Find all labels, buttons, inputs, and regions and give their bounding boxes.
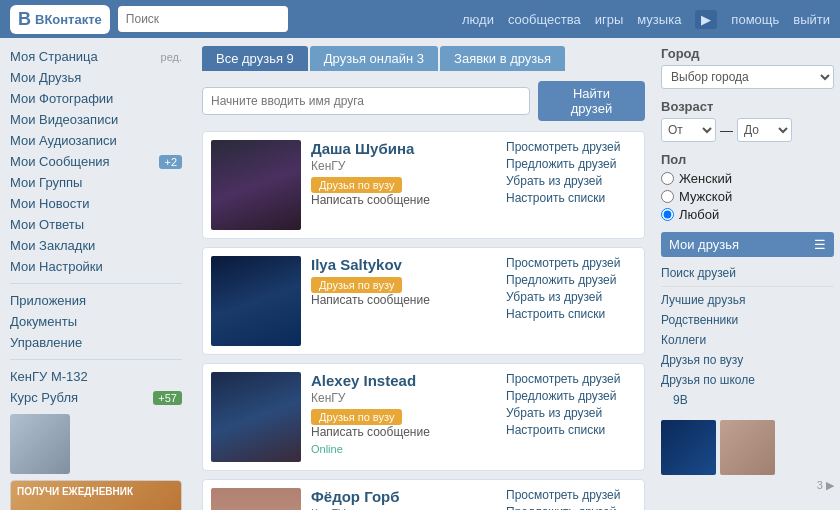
friend-action-2-2[interactable]: Убрать из друзей: [506, 406, 636, 420]
uni-friends-link[interactable]: Друзья по вузу: [661, 350, 834, 370]
friend-write-2[interactable]: Написать сообщение: [311, 425, 496, 439]
friend-actions-2: Просмотреть друзейПредложить друзейУбрат…: [506, 372, 636, 462]
friend-action-0-2[interactable]: Убрать из друзей: [506, 174, 636, 188]
sidebar-groups-label: Мои Группы: [10, 175, 82, 190]
gender-female-radio[interactable]: [661, 172, 674, 185]
sidebar-mypage-edit[interactable]: ред.: [161, 51, 182, 63]
friend-action-2-1[interactable]: Предложить друзей: [506, 389, 636, 403]
city-filter: Город Выбор города: [661, 46, 834, 89]
sidebar-item-videos[interactable]: Мои Видеозаписи: [10, 109, 182, 130]
friend-name-0[interactable]: Даша Шубина: [311, 140, 496, 157]
friend-name-2[interactable]: Alexey Instead: [311, 372, 496, 389]
friend-avatar-1[interactable]: [211, 256, 301, 346]
friend-action-2-0[interactable]: Просмотреть друзей: [506, 372, 636, 386]
sidebar-item-bookmarks[interactable]: Мои Закладки: [10, 235, 182, 256]
suggestion-count: 3 ▶: [661, 479, 834, 492]
friend-name-3[interactable]: Фёдор Горб: [311, 488, 496, 505]
friend-action-1-0[interactable]: Просмотреть друзей: [506, 256, 636, 270]
friend-action-1-1[interactable]: Предложить друзей: [506, 273, 636, 287]
friend-action-3-0[interactable]: Просмотреть друзей: [506, 488, 636, 502]
gender-label: Пол: [661, 152, 834, 167]
sidebar-item-apps[interactable]: Приложения: [10, 290, 182, 311]
sidebar-item-photos[interactable]: Мои Фотографии: [10, 88, 182, 109]
gender-filter: Пол Женский Мужской Любой: [661, 152, 834, 222]
friend-name-1[interactable]: Ilya Saltykov: [311, 256, 496, 273]
suggestion-avatar-1[interactable]: [661, 420, 716, 475]
search-friends-link[interactable]: Поиск друзей: [661, 263, 834, 283]
tab-requests[interactable]: Заявки в друзья: [440, 46, 565, 71]
sidebar-item-mgmt[interactable]: Управление: [10, 332, 182, 353]
sidebar-item-audio[interactable]: Мои Аудиозаписи: [10, 130, 182, 151]
colleagues-link[interactable]: Коллеги: [661, 330, 834, 350]
search-input[interactable]: [118, 6, 288, 32]
find-friend-button[interactable]: Найти друзей: [538, 81, 645, 121]
sidebar-item-mypage[interactable]: Моя Страница ред.: [10, 46, 182, 67]
age-to-select[interactable]: До: [737, 118, 792, 142]
sidebar-avatar: [10, 414, 70, 474]
friend-tag-0: Друзья по вузу: [311, 177, 402, 193]
tabs-bar: Все друзья 9 Друзья онлайн 3 Заявки в др…: [202, 46, 645, 71]
friend-action-2-3[interactable]: Настроить списки: [506, 423, 636, 437]
sidebar-item-messages[interactable]: Мои Сообщения +2: [10, 151, 182, 172]
friend-action-0-0[interactable]: Просмотреть друзей: [506, 140, 636, 154]
sidebar-item-group[interactable]: КенГУ М-132: [10, 366, 182, 387]
nav-games[interactable]: игры: [595, 12, 624, 27]
suggestion-avatar-2[interactable]: [720, 420, 775, 475]
tab-online-friends[interactable]: Друзья онлайн 3: [310, 46, 438, 71]
class-link[interactable]: 9В: [661, 390, 834, 410]
sidebar-group-label: КенГУ М-132: [10, 369, 88, 384]
gender-any-radio[interactable]: [661, 208, 674, 221]
friend-action-0-3[interactable]: Настроить списки: [506, 191, 636, 205]
promo-line1: ПОЛУЧИ ЕЖЕДНЕВНИК: [17, 485, 175, 498]
tab-all-friends[interactable]: Все друзья 9: [202, 46, 308, 71]
relatives-link[interactable]: Родственники: [661, 310, 834, 330]
friend-action-3-1[interactable]: Предложить друзей: [506, 505, 636, 510]
sidebar-photos-label: Мои Фотографии: [10, 91, 113, 106]
friend-action-0-1[interactable]: Предложить друзей: [506, 157, 636, 171]
friend-action-1-2[interactable]: Убрать из друзей: [506, 290, 636, 304]
friend-avatar-3[interactable]: [211, 488, 301, 510]
sidebar-apps-label: Приложения: [10, 293, 86, 308]
my-friends-btn[interactable]: Мои друзья ☰: [661, 232, 834, 257]
sidebar-item-docs[interactable]: Документы: [10, 311, 182, 332]
city-select[interactable]: Выбор города: [661, 65, 834, 89]
content-area: Все друзья 9 Друзья онлайн 3 Заявки в др…: [192, 38, 655, 510]
friend-search-input[interactable]: [202, 87, 530, 115]
age-from-select[interactable]: От: [661, 118, 716, 142]
sidebar-news-label: Мои Новости: [10, 196, 89, 211]
nav-more-button[interactable]: ▶: [695, 10, 717, 29]
school-friends-link[interactable]: Друзья по школе: [661, 370, 834, 390]
gender-male-row: Мужской: [661, 189, 834, 204]
nav-help[interactable]: помощь: [731, 12, 779, 27]
friend-avatar-2[interactable]: [211, 372, 301, 462]
sidebar-item-news[interactable]: Мои Новости: [10, 193, 182, 214]
messages-badge: +2: [159, 155, 182, 169]
friend-action-1-3[interactable]: Настроить списки: [506, 307, 636, 321]
friend-card-0: Даша Шубина КенГУ Друзья по вузу Написат…: [202, 131, 645, 239]
gender-male-label: Мужской: [679, 189, 732, 204]
sidebar-divider-2: [10, 359, 182, 360]
friend-meta-0: КенГУ: [311, 159, 496, 173]
nav-communities[interactable]: сообщества: [508, 12, 581, 27]
gender-male-radio[interactable]: [661, 190, 674, 203]
friend-write-0[interactable]: Написать сообщение: [311, 193, 496, 207]
sidebar-item-answers[interactable]: Мои Ответы: [10, 214, 182, 235]
nav-logout[interactable]: выйти: [793, 12, 830, 27]
friend-write-1[interactable]: Написать сообщение: [311, 293, 496, 307]
sidebar-promo[interactable]: ПОЛУЧИ ЕЖЕДНЕВНИК МИЛЛИОНЕРА БЕСПЛАТНО! …: [10, 480, 182, 510]
age-label: Возраст: [661, 99, 834, 114]
friend-avatar-0[interactable]: [211, 140, 301, 230]
sidebar-docs-label: Документы: [10, 314, 77, 329]
sidebar-item-groups[interactable]: Мои Группы: [10, 172, 182, 193]
sidebar-item-friends[interactable]: Мои Друзья: [10, 67, 182, 88]
nav-music[interactable]: музыка: [637, 12, 681, 27]
age-filter: Возраст От — До: [661, 99, 834, 142]
header: В ВКонтакте люди сообщества игры музыка …: [0, 0, 840, 38]
best-friends-link[interactable]: Лучшие друзья: [661, 290, 834, 310]
sidebar-item-settings[interactable]: Мои Настройки: [10, 256, 182, 277]
sidebar-friends-label: Мои Друзья: [10, 70, 81, 85]
friend-info-2: Alexey Instead КенГУ Друзья по вузу Напи…: [311, 372, 496, 462]
sidebar-item-currency[interactable]: Курс Рубля +57: [10, 387, 182, 408]
sidebar-mypage-label: Моя Страница: [10, 49, 98, 64]
nav-people[interactable]: люди: [462, 12, 494, 27]
